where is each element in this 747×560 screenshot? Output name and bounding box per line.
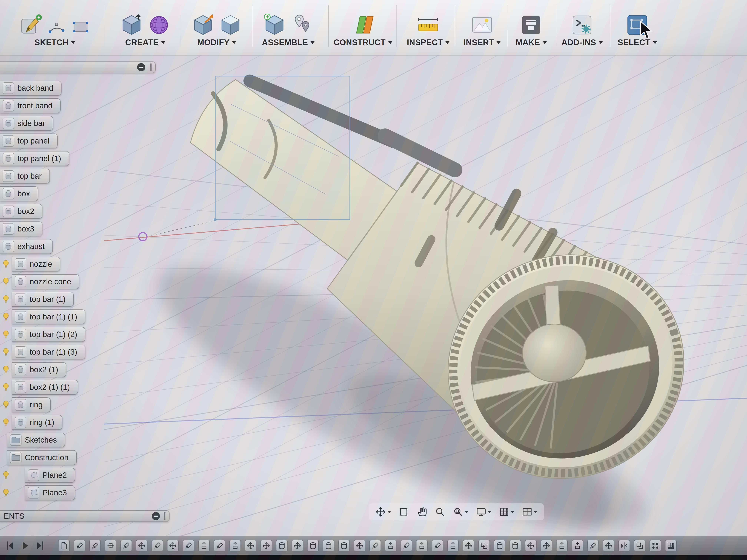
press-pull-icon[interactable] [192,14,214,36]
scripts-addins-icon[interactable] [571,14,593,36]
menu-construct[interactable]: CONSTRUCT [334,38,392,47]
pan-icon[interactable] [375,506,391,517]
menu-create[interactable]: CREATE [125,38,165,47]
timeline-feature-extrude-icon[interactable] [198,540,210,552]
menu-inspect[interactable]: INSPECT [407,38,449,47]
browser-item-plane2[interactable]: Plane2 [25,468,75,483]
timeline-feature-sheet-icon[interactable] [58,540,70,552]
comments-badge-icon[interactable] [152,512,160,520]
browser-item-top-bar-1-3-[interactable]: top bar (1) (3) [12,345,85,359]
timeline-feature-move-icon[interactable] [541,540,552,552]
visibility-bulb-icon[interactable] [1,329,11,340]
visibility-bulb-icon[interactable] [1,417,11,428]
timeline-feature-cylinder-icon[interactable] [510,540,521,552]
display-settings-icon[interactable] [476,506,491,517]
panel-grip[interactable] [150,63,152,71]
timeline-skip-to-start-button[interactable] [5,540,16,551]
browser-item-ring-1-[interactable]: ring (1) [12,415,62,430]
model-viewport[interactable] [0,0,747,560]
timeline-feature-move-icon[interactable] [245,540,256,552]
menu-insert[interactable]: INSERT [464,38,500,47]
insert-image-icon[interactable] [471,14,493,36]
browser-item-front-band[interactable]: front band [0,98,60,113]
measure-icon[interactable] [417,14,439,36]
timeline-feature-extrude-icon[interactable] [385,540,396,552]
visibility-bulb-icon[interactable] [1,347,11,357]
browser-item-plane3[interactable]: Plane3 [25,485,75,500]
menu-modify[interactable]: MODIFY [197,38,236,47]
timeline-feature-sketch-icon[interactable] [89,540,101,552]
browser-item-top-bar[interactable]: top bar [0,169,50,184]
fillet-icon[interactable] [219,14,242,36]
visibility-bulb-icon[interactable] [1,259,11,269]
timeline-feature-move-icon[interactable] [603,540,614,552]
timeline-feature-sketch-icon[interactable] [121,540,132,552]
construction-plane-icon[interactable] [352,14,374,36]
visibility-bulb-icon[interactable] [1,470,11,480]
timeline-feature-combine-icon[interactable] [479,540,490,552]
browser-item-sketches[interactable]: Sketches [7,433,65,447]
timeline-feature-extrude-icon[interactable] [572,540,583,552]
timeline-feature-sketch-icon[interactable] [183,540,194,552]
timeline-feature-sketch-icon[interactable] [152,540,163,552]
visibility-bulb-icon[interactable] [1,294,11,304]
menu-assemble[interactable]: ASSEMBLE [262,38,315,47]
make-3d-print-icon[interactable] [520,14,542,36]
timeline-feature-move-icon[interactable] [463,540,474,552]
look-at-icon[interactable] [398,506,409,517]
timeline-feature-combine-icon[interactable] [634,540,645,552]
grid-display-icon[interactable] [499,506,514,517]
collapse-icon[interactable] [137,63,145,71]
timeline-feature-move-icon[interactable] [292,540,303,552]
timeline-feature-cylinder-icon[interactable] [323,540,334,552]
timeline-feature-move-icon[interactable] [136,540,148,552]
visibility-bulb-icon[interactable] [1,400,11,410]
timeline-feature-move-icon[interactable] [354,540,365,552]
browser-item-top-panel[interactable]: top panel [0,134,58,148]
browser-item-top-bar-1-2-[interactable]: top bar (1) (2) [12,327,85,342]
browser-item-nozzle[interactable]: nozzle [12,257,60,271]
visibility-bulb-icon[interactable] [1,487,11,498]
timeline-feature-sketch-icon[interactable] [587,540,599,552]
comments-bar[interactable]: ENTS [0,510,170,522]
timeline-feature-grid-icon[interactable] [665,540,677,552]
browser-item-box2-1-1-[interactable]: box2 (1) (1) [12,380,78,395]
timeline-feature-move-icon[interactable] [167,540,179,552]
timeline-feature-cylinder-icon[interactable] [338,540,350,552]
zoom-icon[interactable] [435,506,445,517]
timeline-feature-extrude-icon[interactable] [447,540,459,552]
browser-item-box[interactable]: box [0,186,38,201]
create-form-icon[interactable] [148,14,170,36]
timeline-feature-extrude-icon[interactable] [556,540,568,552]
browser-panel-header[interactable] [0,61,156,73]
visibility-bulb-icon[interactable] [1,276,11,287]
browser-item-box3[interactable]: box3 [0,221,43,236]
timeline-feature-align-icon[interactable] [105,540,117,552]
timeline-feature-sketch-icon[interactable] [369,540,381,552]
timeline-feature-mirror-icon[interactable] [618,540,630,552]
browser-item-back-band[interactable]: back band [0,81,61,96]
joint-icon[interactable] [291,14,313,36]
rectangle-icon[interactable] [71,17,90,36]
browser-item-top-panel-1-[interactable]: top panel (1) [0,151,69,166]
browser-item-nozzle-cone[interactable]: nozzle cone [12,274,79,289]
timeline-feature-sketch-icon[interactable] [432,540,443,552]
timeline-feature-move-icon[interactable] [260,540,272,552]
zoom-window-icon[interactable] [453,506,468,517]
menu-sketch[interactable]: SKETCH [34,38,75,47]
menu-addins[interactable]: ADD-INS [562,38,603,47]
timeline-feature-sketch-icon[interactable] [214,540,225,552]
timeline-feature-move-icon[interactable] [525,540,537,552]
timeline-play-button[interactable] [20,540,30,551]
timeline-feature-cylinder-icon[interactable] [276,540,287,552]
browser-item-side-bar[interactable]: side bar [0,116,53,131]
visibility-bulb-icon[interactable] [1,312,11,322]
timeline-feature-cylinder-icon[interactable] [307,540,319,552]
visibility-bulb-icon[interactable] [1,365,11,375]
new-body-icon[interactable] [120,14,143,36]
timeline-feature-cylinder-icon[interactable] [494,540,506,552]
timeline-feature-extrude-icon[interactable] [229,540,241,552]
browser-item-construction[interactable]: Construction [7,450,77,465]
menu-make[interactable]: MAKE [516,38,547,47]
visibility-bulb-icon[interactable] [1,382,11,393]
